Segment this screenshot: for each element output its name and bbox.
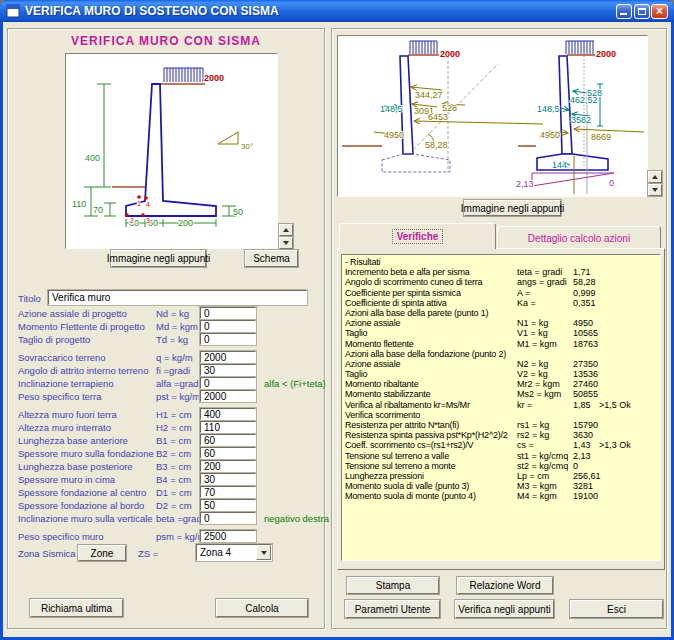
titolo-input[interactable] [48,290,307,305]
field-input[interactable] [200,421,256,433]
result-label: Momento flettente [345,339,414,349]
field-symbol: B4 = cm [156,474,191,485]
diagram-spin-up-button[interactable] [648,171,662,183]
field-input[interactable] [200,351,256,363]
result-label: Tensione sul terreno a valle [345,451,449,461]
field-input[interactable] [200,307,256,319]
result-label: Azioni alla base della parete (punto 1) [345,308,488,318]
close-button[interactable]: × [651,4,668,19]
tab-verifiche[interactable]: Verifiche [339,223,496,249]
diagram-label: 4 [146,201,150,208]
point-4-marker [144,196,148,200]
result-value: 1,43 [573,440,591,450]
form-row: Inclinazione terrapienoalfa =gradialfa <… [18,377,318,390]
tab-dettaglio-calcolo-azioni[interactable]: Dettaglio calcolo azioni [497,226,661,249]
combo-dropdown-icon[interactable] [256,545,271,560]
result-check: >1,5 Ok [599,400,631,410]
result-symbol: angs = gradi [517,277,567,287]
field-input[interactable] [200,530,256,542]
result-row: Verifica scorrimento [345,410,659,420]
field-input[interactable] [200,320,256,332]
window-title: VERIFICA MURO DI SOSTEGNO CON SISMA [25,4,279,18]
diagram-label: 2000 [440,49,460,59]
field-input[interactable] [200,390,256,402]
result-label: Taglio [345,369,367,379]
result-label: Momento suola di valle (punto 3) [345,481,469,491]
left-panel-title: VERIFICA MURO CON SISMA [7,34,325,48]
result-label: Coefficiente per spinta sismica [345,288,461,298]
field-input[interactable] [200,473,256,485]
form-row: Altezza muro interratoH2 = cm [18,421,318,434]
result-row: Momento stabilizzanteMs2 = kgm50855 [345,389,659,399]
zona-sismica-label: Zona Sismica [18,548,76,559]
maximize-button[interactable] [634,4,650,19]
result-row: Incremento beta e alfa per sismateta = g… [345,267,659,277]
zona-sismica-select[interactable]: Zona 4 [196,544,272,561]
surcharge-hatch-a-icon [410,41,437,54]
result-row: Coefficiente per spinta sismicaA =0,999 [345,288,659,298]
zona-sismica-value: Zona 4 [200,547,231,558]
schema-button[interactable]: Schema [245,250,298,267]
minimize-button[interactable] [616,4,632,19]
diagram-label: 0 [609,178,614,188]
relazione-word-button[interactable]: Relazione Word [457,577,553,594]
zone-button[interactable]: Zone [78,545,126,561]
result-label: Momento suola di monte (punto 4) [345,491,476,501]
field-input[interactable] [200,333,256,345]
calcola-button[interactable]: Calcola [216,599,308,617]
form-rows: Azione assiale di progettoNd = kgMomento… [18,307,318,548]
form-row: Taglio di progettoTd = kg [18,333,318,346]
diagram-label: 8669 [591,132,611,142]
diagram-label: 110 [72,199,86,209]
result-label: Tensione sul terreno a monte [345,461,455,471]
field-label: Azione assiale di progetto [18,308,127,319]
field-symbol: H1 = cm [156,409,192,420]
verifica-negli-appunti-button[interactable]: Verifica negli appunti [455,600,554,618]
field-input[interactable] [200,434,256,446]
diagram-spin-down-button[interactable] [648,184,662,196]
field-label: Spessore muro in cima [18,474,115,485]
field-symbol: Td = kg [156,334,188,345]
schema-spin-up-button[interactable] [279,224,293,236]
field-label: Peso specifico muro [18,531,104,542]
slope-angle-icon [218,132,238,144]
field-symbol: beta =gradi [156,513,204,524]
result-symbol: rs1 = kg [517,420,549,430]
field-label: Altezza muro interrato [18,422,111,433]
right-copy-image-button[interactable]: Immagine negli appunti [464,200,561,216]
wall-a-foundation-dashed [382,154,450,172]
diagram-label: 200 [178,218,193,228]
field-input[interactable] [200,486,256,498]
app-icon [6,4,20,18]
result-label: Coeff. scorrimento cs=(rs1+rs2)/V [345,440,473,450]
field-input[interactable] [200,460,256,472]
field-input[interactable] [200,512,256,524]
point-3-marker [141,213,145,217]
results-list: - RisultatiIncremento beta e alfa per si… [345,257,659,502]
result-symbol: Ms2 = kgm [517,389,561,399]
field-label: Inclinazione muro sulla verticale [18,513,153,524]
field-input[interactable] [200,447,256,459]
schema-spin-down-button[interactable] [279,237,293,249]
result-value: 19100 [573,491,598,501]
field-symbol: D1 = cm [156,487,192,498]
esci-button[interactable]: Esci [570,600,663,618]
diagram-label: 4950 [540,130,560,140]
field-input[interactable] [200,364,256,376]
result-value: 10565 [573,328,598,338]
form-row: Spessore fondazione al centroD1 = cm [18,486,318,499]
stampa-button[interactable]: Stampa [347,577,439,594]
result-label: Resistenza spinta passiva pst*Kp*(H2^2)/… [345,430,508,440]
left-copy-image-button[interactable]: Immagine negli appunti [111,250,206,267]
field-symbol: H2 = cm [156,422,192,433]
diagram-label: 2000 [596,49,616,59]
form-row: Spessore muro sulla fondazioneB2 = cm [18,447,318,460]
field-input[interactable] [200,377,256,389]
result-label: Lunghezza pressioni [345,471,424,481]
richiama-ultima-button[interactable]: Richiama ultima [30,599,123,617]
result-row: Angolo di scorrimento cuneo di terraangs… [345,277,659,287]
field-input[interactable] [200,499,256,511]
field-label: Spessore fondazione al centro [18,487,146,498]
field-input[interactable] [200,408,256,420]
parametri-utente-button[interactable]: Parametri Utente [345,600,440,618]
